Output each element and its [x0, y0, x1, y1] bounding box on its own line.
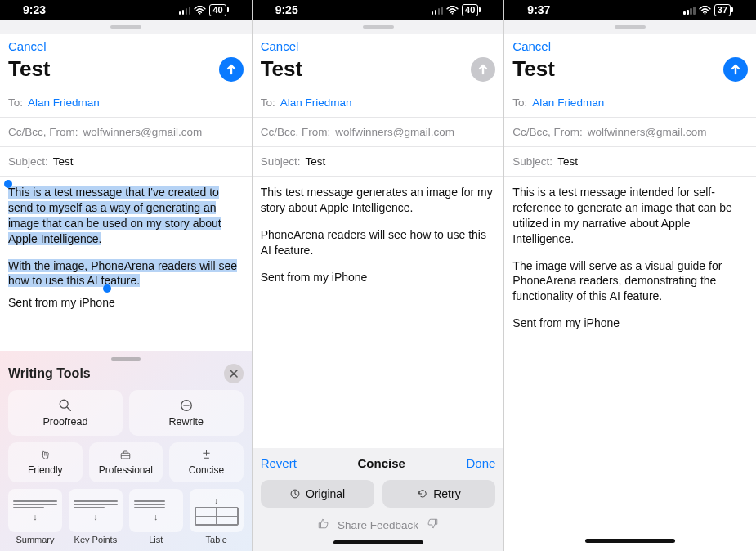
compose-title: Test	[8, 56, 51, 82]
briefcase-icon	[119, 449, 132, 461]
list-button[interactable]: ↓ List	[129, 489, 183, 544]
subject-field[interactable]: Subject: Test	[504, 147, 756, 177]
cancel-button[interactable]: Cancel	[261, 39, 299, 53]
status-bar: 9:37 37	[504, 0, 756, 20]
home-indicator[interactable]	[333, 540, 423, 544]
action-bar-title: Concise	[357, 456, 405, 470]
message-body[interactable]: This test message generates an image for…	[253, 177, 504, 448]
signature: Sent from my iPhone	[8, 295, 244, 311]
keypoints-button[interactable]: ↓ Key Points	[69, 489, 123, 544]
screen-3: 9:37 37 Cancel Test To: Alan Friedman Cc…	[503, 0, 756, 551]
cellular-icon	[432, 6, 444, 15]
cellular-icon	[683, 6, 696, 15]
summary-icon: ↓	[8, 489, 62, 532]
status-time: 9:23	[23, 3, 46, 16]
cc-label: Cc/Bcc, From:	[8, 126, 78, 138]
cancel-button[interactable]: Cancel	[512, 39, 551, 53]
to-value: Alan Friedman	[28, 96, 100, 109]
cc-field[interactable]: Cc/Bcc, From: wolfwinners@gmail.com	[253, 118, 504, 147]
to-field[interactable]: To: Alan Friedman	[504, 88, 756, 118]
thumbs-up-icon[interactable]	[317, 517, 329, 532]
send-button[interactable]	[723, 57, 748, 82]
send-button[interactable]	[219, 57, 244, 82]
message-body[interactable]: This is a test message intended for self…	[504, 177, 756, 534]
subject-field[interactable]: Subject: Test	[253, 147, 504, 177]
status-right: 40	[179, 4, 229, 16]
screen-1: 9:23 40 Cancel Test To:	[0, 0, 252, 551]
summary-button[interactable]: ↓ Summary	[8, 489, 62, 544]
wave-icon	[39, 449, 51, 461]
close-button[interactable]	[224, 364, 244, 383]
cc-value: wolfwinners@gmail.com	[83, 126, 203, 138]
to-field[interactable]: To: Alan Friedman	[253, 88, 504, 118]
to-field[interactable]: To: Alan Friedman	[0, 88, 252, 118]
rewrite-button[interactable]: Rewrite	[129, 390, 244, 436]
svg-point-0	[199, 12, 201, 14]
wifi-icon	[194, 6, 206, 15]
subject-field[interactable]: Subject: Test	[0, 147, 252, 177]
text-selection[interactable]: This is a test message that I've created…	[8, 185, 244, 289]
list-icon: ↓	[129, 489, 183, 532]
status-right: 40	[432, 4, 481, 16]
friendly-button[interactable]: Friendly	[8, 442, 83, 482]
battery-icon: 37	[714, 4, 733, 16]
selection-handle-end[interactable]	[103, 284, 111, 293]
subject-label: Subject:	[8, 155, 48, 168]
proofread-button[interactable]: Proofread	[8, 390, 123, 436]
wifi-icon	[446, 6, 459, 15]
retry-button[interactable]: Retry	[382, 480, 496, 508]
signature: Sent from my iPhone	[512, 316, 748, 331]
writing-tools-title: Writing Tools	[8, 366, 91, 381]
writing-tools-panel: Writing Tools Proofread Rewrite Fri	[0, 351, 252, 551]
concise-icon	[200, 449, 212, 461]
status-time: 9:25	[275, 3, 298, 16]
original-button[interactable]: Original	[261, 480, 374, 508]
compose-title: Test	[261, 56, 303, 82]
battery-icon: 40	[462, 4, 481, 16]
thumbs-down-icon[interactable]	[427, 517, 439, 532]
send-button[interactable]	[471, 57, 495, 82]
sheet-handle[interactable]	[504, 20, 756, 34]
selection-handle-start[interactable]	[4, 180, 12, 188]
signature: Sent from my iPhone	[261, 270, 496, 285]
home-indicator[interactable]	[585, 539, 675, 543]
screen-2: 9:25 40 Cancel Test To: Alan Friedman Cc…	[252, 0, 504, 551]
message-body[interactable]: This is a test message that I've created…	[0, 177, 252, 351]
svg-point-4	[452, 12, 454, 14]
result-action-bar: Revert Concise Done Original Retry Share…	[253, 448, 504, 551]
close-icon	[230, 370, 238, 378]
professional-button[interactable]: Professional	[89, 442, 163, 482]
status-bar: 9:25 40	[253, 0, 504, 20]
svg-point-6	[704, 12, 705, 14]
concise-button[interactable]: Concise	[169, 442, 244, 482]
svg-point-1	[60, 401, 68, 409]
subject-value: Test	[53, 155, 74, 168]
status-bar: 9:23 40	[0, 0, 252, 20]
keypoints-icon: ↓	[69, 489, 123, 532]
status-time: 9:37	[527, 3, 550, 16]
magnifier-icon	[58, 398, 73, 413]
sheet-handle[interactable]	[0, 20, 252, 34]
cancel-button[interactable]: Cancel	[8, 39, 47, 53]
to-label: To:	[8, 96, 23, 109]
table-button[interactable]: ↓ Table	[190, 489, 244, 544]
status-right: 37	[683, 4, 733, 16]
panel-handle[interactable]	[111, 357, 141, 361]
done-button[interactable]: Done	[466, 456, 495, 470]
clock-icon	[289, 488, 301, 499]
revert-button[interactable]: Revert	[261, 456, 297, 470]
retry-icon	[417, 488, 428, 499]
wifi-icon	[699, 6, 711, 15]
compose-title: Test	[512, 56, 555, 82]
cc-field[interactable]: Cc/Bcc, From: wolfwinners@gmail.com	[0, 118, 252, 147]
rewrite-icon	[179, 398, 194, 413]
table-icon: ↓	[190, 489, 244, 532]
cellular-icon	[179, 6, 191, 15]
share-feedback-label[interactable]: Share Feedback	[338, 519, 418, 531]
cc-field[interactable]: Cc/Bcc, From: wolfwinners@gmail.com	[504, 118, 756, 147]
sheet-handle[interactable]	[253, 20, 504, 34]
battery-icon: 40	[209, 4, 228, 16]
